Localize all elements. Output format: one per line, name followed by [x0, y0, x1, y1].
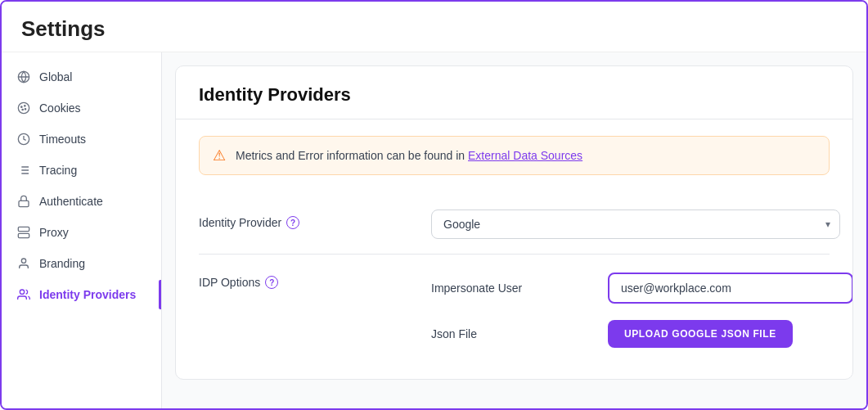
idp-options-label: IDP Options ?	[199, 269, 412, 289]
svg-point-2	[18, 102, 29, 113]
cookie-icon	[16, 101, 31, 115]
svg-rect-15	[18, 227, 29, 231]
svg-rect-16	[18, 233, 29, 237]
svg-point-6	[22, 109, 23, 110]
sidebar-item-tracing-label: Tracing	[39, 164, 77, 177]
impersonate-user-input[interactable]	[608, 273, 853, 304]
sidebar-item-branding-label: Branding	[39, 257, 85, 270]
json-file-row: Json File UPLOAD GOOGLE JSON FILE	[431, 320, 853, 348]
sidebar-item-proxy-label: Proxy	[39, 226, 69, 239]
external-data-sources-link[interactable]: External Data Sources	[468, 149, 582, 162]
svg-point-5	[25, 109, 25, 110]
svg-point-19	[21, 259, 25, 263]
identity-provider-row: Identity Provider ? Google Okta Azure AD…	[199, 195, 830, 255]
sidebar-item-identity-providers[interactable]: Identity Providers	[2, 280, 161, 309]
svg-point-20	[20, 290, 24, 294]
sidebar-item-identity-providers-label: Identity Providers	[39, 288, 136, 301]
warning-icon: ⚠	[213, 146, 226, 164]
sidebar-item-tracing[interactable]: Tracing	[2, 155, 161, 185]
users-icon	[16, 287, 31, 302]
globe-icon	[16, 70, 31, 84]
sidebar: Global Cookies Timeouts Tracing	[2, 52, 162, 408]
sidebar-item-global[interactable]: Global	[2, 62, 161, 92]
list-icon	[16, 163, 31, 178]
content-area: Identity Providers ⚠ Metrics and Error i…	[162, 52, 866, 408]
idp-options-help-icon[interactable]: ?	[265, 276, 278, 289]
svg-point-4	[25, 106, 25, 106]
impersonate-user-label: Impersonate User	[431, 282, 595, 295]
svg-point-3	[21, 106, 22, 107]
upload-google-json-button[interactable]: UPLOAD GOOGLE JSON FILE	[608, 320, 793, 348]
user-circle-icon	[16, 256, 31, 271]
idp-subsection: Impersonate User Json File UPLOAD GOOGLE…	[431, 269, 853, 348]
json-file-label: Json File	[431, 327, 595, 340]
sidebar-item-authenticate[interactable]: Authenticate	[2, 187, 161, 216]
sidebar-item-cookies-label: Cookies	[39, 101, 81, 115]
content-header: Identity Providers	[176, 66, 852, 119]
alert-banner: ⚠ Metrics and Error information can be f…	[199, 136, 830, 175]
sidebar-item-cookies[interactable]: Cookies	[2, 93, 161, 123]
sidebar-item-authenticate-label: Authenticate	[39, 195, 103, 208]
sidebar-item-global-label: Global	[39, 70, 72, 83]
impersonate-user-row: Impersonate User	[431, 273, 853, 304]
lock-icon	[16, 194, 31, 209]
identity-provider-select[interactable]: Google Okta Azure AD GitHub SAML	[431, 210, 840, 239]
idp-options-control: Impersonate User Json File UPLOAD GOOGLE…	[431, 269, 853, 348]
sidebar-item-proxy[interactable]: Proxy	[2, 218, 161, 247]
identity-provider-control: Google Okta Azure AD GitHub SAML ▾	[431, 210, 840, 239]
page-title: Settings	[2, 2, 866, 52]
sidebar-item-timeouts[interactable]: Timeouts	[2, 124, 161, 154]
identity-provider-help-icon[interactable]: ?	[286, 216, 299, 229]
sidebar-item-timeouts-label: Timeouts	[39, 133, 86, 146]
identity-provider-label: Identity Provider ?	[199, 210, 412, 229]
idp-options-row: IDP Options ? Impersonate User	[199, 255, 830, 363]
clock-icon	[16, 132, 31, 146]
content-panel: Identity Providers ⚠ Metrics and Error i…	[175, 65, 853, 380]
sidebar-item-branding[interactable]: Branding	[2, 249, 161, 278]
server-icon	[16, 225, 31, 240]
content-title: Identity Providers	[199, 84, 830, 106]
alert-text: Metrics and Error information can be fou…	[236, 149, 582, 162]
content-body: ⚠ Metrics and Error information can be f…	[176, 119, 852, 379]
svg-rect-14	[19, 200, 29, 206]
identity-provider-select-wrapper: Google Okta Azure AD GitHub SAML ▾	[431, 210, 840, 239]
